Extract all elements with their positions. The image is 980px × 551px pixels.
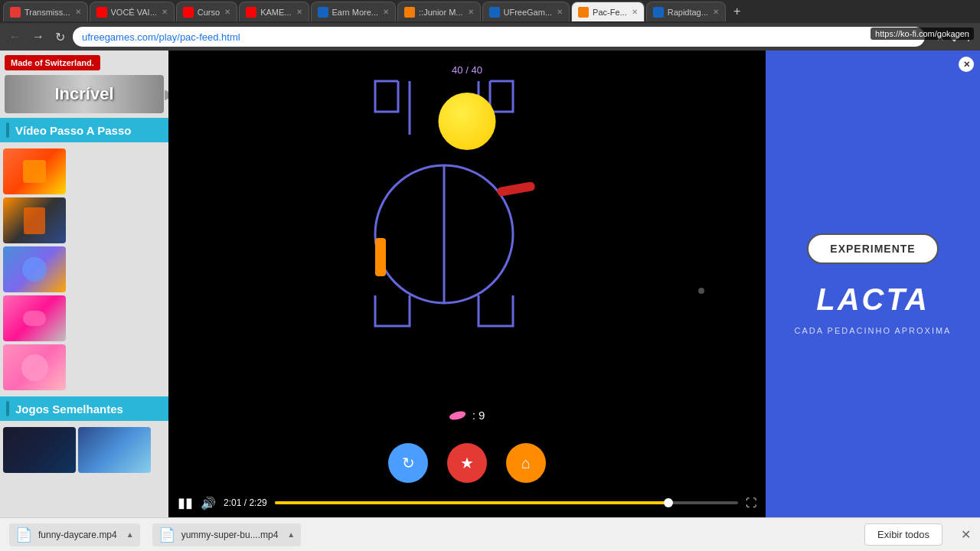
- time-current: 2:01: [224, 497, 241, 508]
- tab-favicon: [96, 7, 107, 18]
- ad-tagline: CADA PEDACINHO APROXIMA: [795, 326, 952, 335]
- tab-favicon: [653, 7, 664, 18]
- progress-bar[interactable]: [275, 501, 738, 504]
- home-control-button[interactable]: ⌂: [506, 443, 546, 483]
- download-name-2: yummy-super-bu....mp4: [181, 530, 279, 540]
- video-section-title: Vídeo Passo A Passo: [15, 124, 131, 137]
- tab-label: KAME...: [260, 8, 291, 17]
- back-button[interactable]: ←: [6, 28, 24, 45]
- thumbnail-2[interactable]: [3, 197, 66, 243]
- star-control-button[interactable]: ★: [447, 443, 487, 483]
- new-tab-button[interactable]: +: [727, 5, 746, 18]
- download-item-1[interactable]: 📄 funny-daycare.mp4 ▲: [9, 523, 140, 546]
- tab-rapidtag[interactable]: Rapidtag... ✕: [646, 2, 726, 21]
- download-icon-1: 📄: [15, 527, 32, 543]
- time-total: 2:29: [249, 497, 266, 508]
- tab-close-icon[interactable]: ✕: [162, 8, 168, 16]
- fullscreen-button[interactable]: ⛶: [746, 497, 756, 509]
- tab-junior[interactable]: ::Junior M... ✕: [397, 2, 480, 21]
- orange-obstacle: [375, 238, 386, 276]
- score-counter-icon: [449, 409, 467, 421]
- tab-favicon: [183, 7, 194, 18]
- tab-close-icon[interactable]: ✕: [75, 8, 81, 16]
- tab-transmiss[interactable]: Transmiss... ✕: [3, 2, 88, 21]
- ad-experimente: EXPERIMENTE: [807, 233, 938, 264]
- tab-favicon: [318, 7, 328, 18]
- cursor-indicator: [698, 288, 704, 294]
- tab-ufreegames[interactable]: UFreeGam... ✕: [482, 2, 570, 21]
- left-sidebar: Made of Switzerland. Incrível ▶ Vídeo Pa…: [0, 51, 168, 517]
- thumbnail-5[interactable]: [3, 344, 66, 390]
- games-section-title: Jogos Semelhantes: [15, 403, 123, 416]
- thumbnail-1[interactable]: [3, 148, 66, 194]
- tab-label: VOCÊ VAI...: [111, 8, 157, 17]
- tab-label: Transmiss...: [24, 8, 70, 17]
- download-icon-2: 📄: [158, 527, 175, 543]
- tab-label: Curso: [198, 8, 220, 17]
- url-text: ufreegames.com/play/pac-feed.html: [82, 31, 240, 43]
- tab-close-icon[interactable]: ✕: [557, 8, 563, 16]
- tab-earn[interactable]: Earn More... ✕: [311, 2, 397, 21]
- thumbnail-list: [0, 145, 168, 393]
- refresh-button[interactable]: ↻: [52, 28, 68, 46]
- thumbnail-3[interactable]: [3, 246, 66, 292]
- video-controls-bar: ▮▮ 🔊 2:01 / 2:29 ⛶: [168, 488, 766, 517]
- browser-chrome: Transmiss... ✕ VOCÊ VAI... ✕ Curso ✕ KAM…: [0, 0, 980, 51]
- address-bar: ← → ↻ ufreegames.com/play/pac-feed.html …: [0, 23, 980, 51]
- top-banner: Incrível ▶: [5, 75, 164, 113]
- thumbnail-4[interactable]: [3, 295, 66, 341]
- tab-label: Pac-Fe...: [593, 8, 627, 17]
- tab-bar: Transmiss... ✕ VOCÊ VAI... ✕ Curso ✕ KAM…: [0, 0, 980, 23]
- tab-close-icon[interactable]: ✕: [383, 8, 389, 16]
- ad-close-button[interactable]: ✕: [959, 57, 974, 72]
- dismiss-download-bar-button[interactable]: ✕: [961, 527, 971, 542]
- download-chevron-2[interactable]: ▲: [287, 530, 295, 539]
- download-chevron-1[interactable]: ▲: [126, 530, 134, 539]
- tab-close-icon[interactable]: ✕: [468, 8, 474, 16]
- pacman-ball: [439, 93, 496, 150]
- games-section-bar: [6, 401, 9, 416]
- tab-close-icon[interactable]: ✕: [296, 8, 302, 16]
- forward-button[interactable]: →: [29, 28, 47, 45]
- section-bar: [6, 122, 9, 138]
- tab-label: Earn More...: [332, 8, 379, 17]
- tab-curso[interactable]: Curso ✕: [176, 2, 237, 21]
- tab-favicon: [489, 7, 500, 18]
- url-bar[interactable]: ufreegames.com/play/pac-feed.html: [73, 27, 925, 47]
- volume-button[interactable]: 🔊: [201, 496, 216, 510]
- tab-close-icon[interactable]: ✕: [632, 8, 638, 16]
- ad-brand: LACTA: [816, 282, 929, 317]
- tab-kame[interactable]: KAME... ✕: [239, 2, 309, 21]
- game-thumb-2[interactable]: [78, 427, 151, 473]
- time-display: 2:01 / 2:29: [224, 497, 267, 508]
- tab-close-icon[interactable]: ✕: [224, 8, 230, 16]
- right-sidebar-ad: ✕ EXPERIMENTE LACTA CADA PEDACINHO APROX…: [766, 51, 980, 517]
- download-item-2[interactable]: 📄 yummy-super-bu....mp4 ▲: [152, 523, 302, 546]
- pause-button[interactable]: ▮▮: [178, 494, 193, 511]
- score-counter: : 9: [449, 409, 485, 422]
- tab-favicon: [10, 7, 21, 18]
- tab-label: ::Junior M...: [419, 8, 462, 17]
- progress-thumb: [664, 498, 673, 507]
- tab-favicon: [404, 7, 415, 18]
- progress-fill: [275, 501, 668, 504]
- tab-close-icon[interactable]: ✕: [713, 8, 719, 16]
- refresh-control-button[interactable]: ↻: [388, 443, 428, 483]
- exibir-button[interactable]: Exibir todos: [864, 523, 942, 546]
- banner-title: Incrível: [54, 84, 113, 104]
- swiss-badge: Made of Switzerland.: [5, 55, 100, 70]
- tab-favicon: [246, 7, 256, 18]
- games-section-header: Jogos Semelhantes: [0, 396, 168, 421]
- tab-label: UFreeGam...: [504, 8, 553, 17]
- game-thumb-1[interactable]: [3, 427, 76, 473]
- control-buttons: ↻ ★ ⌂: [388, 443, 546, 483]
- tab-voce[interactable]: VOCÊ VAI... ✕: [90, 2, 175, 21]
- tab-label: Rapidtag...: [668, 8, 708, 17]
- tab-pac-feed[interactable]: Pac-Fe... ✕: [571, 2, 645, 21]
- kofi-badge: https://ko-fi.com/gokagen: [871, 28, 974, 40]
- page-layout: Made of Switzerland. Incrível ▶ Vídeo Pa…: [0, 51, 980, 517]
- video-section-header: Vídeo Passo A Passo: [0, 118, 168, 142]
- download-name-1: funny-daycare.mp4: [38, 530, 117, 540]
- video-player: 40 / 40: [168, 51, 766, 517]
- score-counter-value: : 9: [472, 409, 485, 422]
